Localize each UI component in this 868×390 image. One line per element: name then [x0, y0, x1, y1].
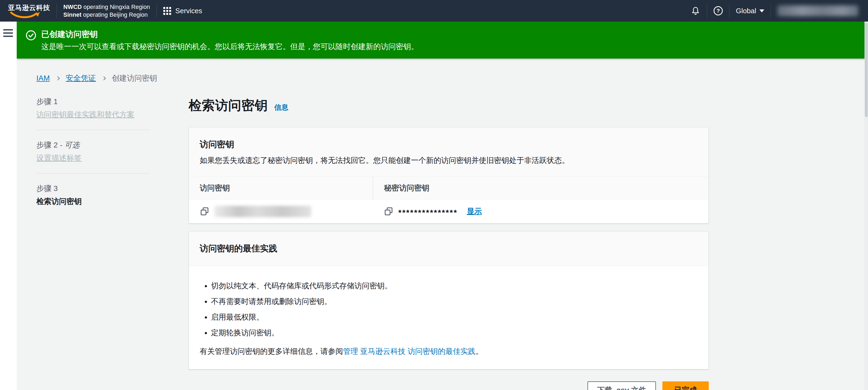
best-practices-list: 切勿以纯文本、代码存储库或代码形式存储访问密钥。 不再需要时请禁用或删除访问密钥…: [211, 281, 698, 337]
bell-icon: [691, 6, 701, 16]
step-1: 步骤 1 访问密钥最佳实践和替代方案: [36, 97, 150, 119]
topbar-divider: [771, 4, 771, 18]
aws-logo-text: 亚马逊云科技: [8, 3, 50, 12]
help-icon: ?: [714, 6, 723, 16]
step-nav: 步骤 1 访问密钥最佳实践和替代方案 步骤 2 - 可选 设置描述标签 步骤 3…: [36, 97, 150, 206]
step-3-label: 步骤 3: [36, 184, 150, 193]
manage-keys-best-practices-link[interactable]: 管理 亚马逊云科技 访问密钥的最佳实践: [343, 347, 476, 356]
chevron-down-icon: [760, 9, 764, 12]
step-2-label: 步骤 2 - 可选: [36, 140, 150, 150]
topbar-divider: [729, 4, 730, 18]
left-rail: [0, 22, 17, 390]
operator-line1-bold: NWCD: [63, 3, 82, 10]
done-button[interactable]: 已完成: [662, 381, 709, 390]
account-menu-redacted[interactable]: [777, 5, 858, 16]
step-divider: [36, 173, 150, 173]
access-keys-card-title: 访问密钥: [200, 139, 698, 150]
step-2-label-text: 步骤 2 -: [36, 141, 64, 149]
actions-bar: 下载 .csv 文件 已完成: [189, 381, 709, 390]
topbar: 亚马逊云科技 NWCD operating Ningxia Region Sin…: [0, 0, 868, 22]
breadcrumb-separator-icon: [56, 76, 60, 80]
secret-key-mask: ***************: [398, 206, 458, 217]
services-menu[interactable]: Services: [163, 7, 203, 15]
best-practices-card-body: 切勿以纯文本、代码存储库或代码形式存储访问密钥。 不再需要时请禁用或删除访问密钥…: [189, 266, 709, 369]
breadcrumb-security-credentials[interactable]: 安全凭证: [66, 73, 96, 83]
copy-icon: [384, 206, 394, 216]
download-csv-button[interactable]: 下载 .csv 文件: [587, 381, 656, 390]
copy-access-key-button[interactable]: [200, 206, 209, 216]
page-head: 检索访问密钥 信息: [189, 97, 709, 114]
step-1-label: 步骤 1: [36, 97, 150, 107]
operator-note: NWCD operating Ningxia Region Sinnet ope…: [63, 3, 150, 19]
region-selector[interactable]: Global: [736, 7, 764, 15]
success-check-icon: [25, 30, 37, 41]
key-table-row: *************** 显示: [189, 200, 709, 223]
copy-icon: [200, 206, 209, 216]
access-key-cell: [189, 200, 373, 223]
best-practices-card-header: 访问密钥的最佳实践: [189, 231, 709, 266]
best-practice-item: 切勿以纯文本、代码存储库或代码形式存储访问密钥。: [211, 281, 698, 290]
breadcrumb-current: 创建访问密钥: [112, 73, 157, 83]
breadcrumb-iam[interactable]: IAM: [36, 74, 50, 83]
region-selector-label: Global: [736, 7, 756, 15]
step-2-optional: 可选: [64, 141, 80, 149]
secret-key-column-header: 秘密访问密钥: [373, 177, 709, 199]
access-keys-card: 访问密钥 如果您丢失或遗忘了秘密访问密钥，将无法找回它。您只能创建一个新的访问密…: [189, 127, 709, 224]
services-grid-icon: [163, 7, 171, 15]
access-keys-card-header: 访问密钥 如果您丢失或遗忘了秘密访问密钥，将无法找回它。您只能创建一个新的访问密…: [189, 127, 709, 177]
work-column: 检索访问密钥 信息 访问密钥 如果您丢失或遗忘了秘密访问密钥，将无法找回它。您只…: [189, 97, 709, 390]
topbar-divider: [57, 4, 57, 18]
banner-title: 已创建访问密钥: [41, 29, 418, 39]
aws-logo[interactable]: 亚马逊云科技: [8, 3, 50, 19]
notifications-button[interactable]: [691, 6, 701, 16]
secret-key-cell: *************** 显示: [373, 200, 709, 223]
banner-message: 这是唯一一次可以查看或下载秘密访问密钥的机会。您以后将无法恢复它。但是，您可以随…: [41, 42, 418, 52]
access-keys-card-description: 如果您丢失或遗忘了秘密访问密钥，将无法找回它。您只能创建一个新的访问密钥并使旧密…: [200, 156, 698, 165]
access-key-column-header: 访问密钥: [189, 177, 373, 199]
operator-line1-rest: operating Ningxia Region: [82, 3, 150, 10]
best-practices-footer: 有关管理访问密钥的更多详细信息，请参阅管理 亚马逊云科技 访问密钥的最佳实践。: [200, 346, 698, 356]
scrollbar-track[interactable]: [865, 22, 868, 390]
content: IAM 安全凭证 创建访问密钥 步骤 1 访问密钥最佳实践和替代方案 步骤 2 …: [17, 58, 868, 390]
step-3-current: 检索访问密钥: [36, 197, 150, 206]
scrollbar-thumb[interactable]: [865, 23, 868, 117]
help-button[interactable]: ?: [714, 6, 723, 16]
breadcrumb-separator-icon: [102, 76, 106, 80]
aws-smile-icon: [10, 11, 42, 19]
step-2: 步骤 2 - 可选 设置描述标签: [36, 140, 150, 163]
best-practices-card: 访问密钥的最佳实践 切勿以纯文本、代码存储库或代码形式存储访问密钥。 不再需要时…: [189, 231, 709, 369]
footer-suffix: 。: [476, 347, 483, 356]
topbar-divider: [707, 4, 707, 18]
services-label: Services: [176, 7, 203, 15]
success-banner-text: 已创建访问密钥 这是唯一一次可以查看或下载秘密访问密钥的机会。您以后将无法恢复它…: [41, 29, 418, 52]
show-secret-link[interactable]: 显示: [467, 206, 482, 217]
best-practice-item: 定期轮换访问密钥。: [211, 328, 698, 337]
topbar-right: ? Global: [691, 4, 860, 18]
hamburger-menu-icon[interactable]: [3, 29, 13, 37]
key-table-header: 访问密钥 秘密访问密钥: [189, 177, 709, 200]
info-link[interactable]: 信息: [274, 103, 288, 112]
step-2-link[interactable]: 设置描述标签: [36, 153, 82, 163]
access-key-value-redacted: [214, 206, 311, 217]
step-3: 步骤 3 检索访问密钥: [36, 184, 150, 206]
breadcrumb: IAM 安全凭证 创建访问密钥: [36, 73, 868, 83]
main-area: 已创建访问密钥 这是唯一一次可以查看或下载秘密访问密钥的机会。您以后将无法恢复它…: [17, 22, 868, 390]
footer-prefix: 有关管理访问密钥的更多详细信息，请参阅: [200, 347, 343, 356]
best-practices-card-title: 访问密钥的最佳实践: [200, 243, 698, 255]
page-title: 检索访问密钥: [189, 97, 268, 114]
copy-secret-key-button[interactable]: [384, 206, 394, 216]
success-banner: 已创建访问密钥 这是唯一一次可以查看或下载秘密访问密钥的机会。您以后将无法恢复它…: [17, 22, 868, 58]
best-practice-item: 启用最低权限。: [211, 313, 698, 322]
operator-line2-rest: operating Beijing Region: [82, 11, 148, 18]
best-practice-item: 不再需要时请禁用或删除访问密钥。: [211, 297, 698, 306]
step-1-link[interactable]: 访问密钥最佳实践和替代方案: [36, 110, 134, 119]
operator-line2-bold: Sinnet: [63, 11, 82, 18]
